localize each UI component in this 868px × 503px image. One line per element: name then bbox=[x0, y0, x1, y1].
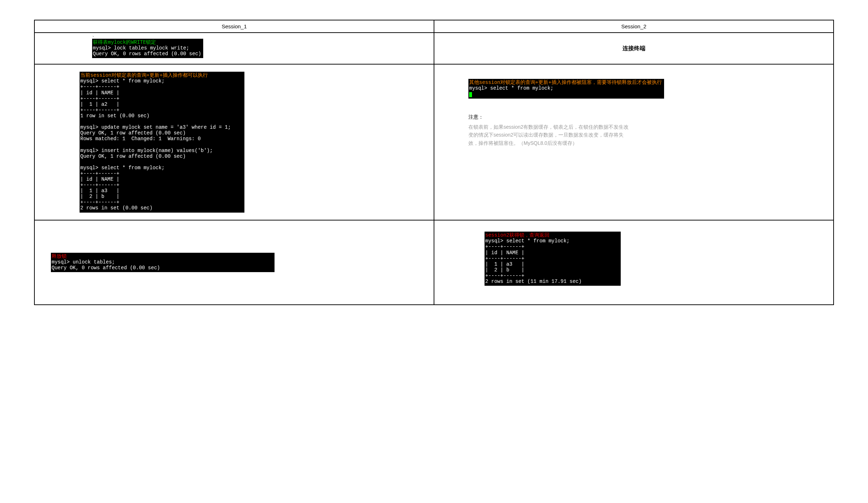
cell-r2c2: 其他session对锁定表的查询+更新+插入操作都被阻塞，需要等待锁释放后才会被… bbox=[434, 64, 834, 220]
terminal-block: 获得表mylock的WRITE锁定 mysql> lock tables myl… bbox=[92, 39, 203, 58]
terminal-line: Query OK, 0 rows affected (0.00 sec) bbox=[52, 265, 160, 271]
terminal-title-orange: 其他session对锁定表的查询+更新+插入操作都被阻塞，需要等待锁释放后才会被… bbox=[469, 80, 662, 85]
cell-r1c1: 、 获得表mylock的WRITE锁定 mysql> lock tables m… bbox=[34, 33, 434, 64]
terminal-title-red: session2获得锁，查询返回 bbox=[485, 232, 549, 238]
table-row: 、 获得表mylock的WRITE锁定 mysql> lock tables m… bbox=[34, 33, 834, 64]
cell-r3c1: 释放锁 mysql> unlock tables; Query OK, 0 ro… bbox=[34, 220, 434, 305]
terminal-block: session2获得锁，查询返回 mysql> select * from my… bbox=[485, 232, 621, 286]
terminal-body: mysql> select * from mylock; +----+-----… bbox=[80, 78, 231, 211]
header-session1: Session_1 bbox=[34, 20, 434, 33]
cell-r2c1: 当前session对锁定表的查询+更新+插入操作都可以执行 mysql> sel… bbox=[34, 64, 434, 220]
terminal-line: mysql> lock tables mylock write; bbox=[93, 45, 189, 51]
note-text: 在锁表前，如果session2有数据缓存，锁表之后，在锁住的数据不发生改变的情况… bbox=[468, 123, 633, 147]
handwriting-mark: 、 bbox=[92, 32, 97, 38]
cursor-icon bbox=[469, 92, 472, 97]
cell-r3c2: session2获得锁，查询返回 mysql> select * from my… bbox=[434, 220, 834, 305]
terminal-line: mysql> unlock tables; bbox=[52, 259, 115, 265]
comparison-table: Session_1 Session_2 、 获得表mylock的WRITE锁定 … bbox=[34, 20, 834, 305]
terminal-line: Query OK, 0 rows affected (0.00 sec) bbox=[93, 51, 201, 57]
note-block: 注意： 在锁表前，如果session2有数据缓存，锁表之后，在锁住的数据不发生改… bbox=[468, 113, 830, 147]
terminal-block: 其他session对锁定表的查询+更新+插入操作都被阻塞，需要等待锁释放后才会被… bbox=[468, 79, 664, 98]
connect-terminal-label: 连接终端 bbox=[623, 45, 645, 51]
terminal-title-red: 释放锁 bbox=[52, 253, 67, 259]
terminal-block: 当前session对锁定表的查询+更新+插入操作都可以执行 mysql> sel… bbox=[80, 72, 244, 212]
note-label: 注意： bbox=[468, 113, 830, 121]
cell-r1c2: 连接终端 bbox=[434, 33, 834, 64]
terminal-title-green: 获得表mylock的WRITE锁定 bbox=[93, 39, 156, 45]
table-header-row: Session_1 Session_2 bbox=[34, 20, 834, 33]
terminal-line: mysql> select * from mylock; bbox=[469, 85, 553, 91]
header-session2: Session_2 bbox=[434, 20, 834, 33]
terminal-body: mysql> select * from mylock; +----+-----… bbox=[485, 238, 582, 284]
terminal-title-orange: 当前session对锁定表的查询+更新+插入操作都可以执行 bbox=[80, 72, 208, 78]
table-row: 释放锁 mysql> unlock tables; Query OK, 0 ro… bbox=[34, 220, 834, 305]
table-row: 当前session对锁定表的查询+更新+插入操作都可以执行 mysql> sel… bbox=[34, 64, 834, 220]
terminal-block: 释放锁 mysql> unlock tables; Query OK, 0 ro… bbox=[51, 253, 275, 272]
